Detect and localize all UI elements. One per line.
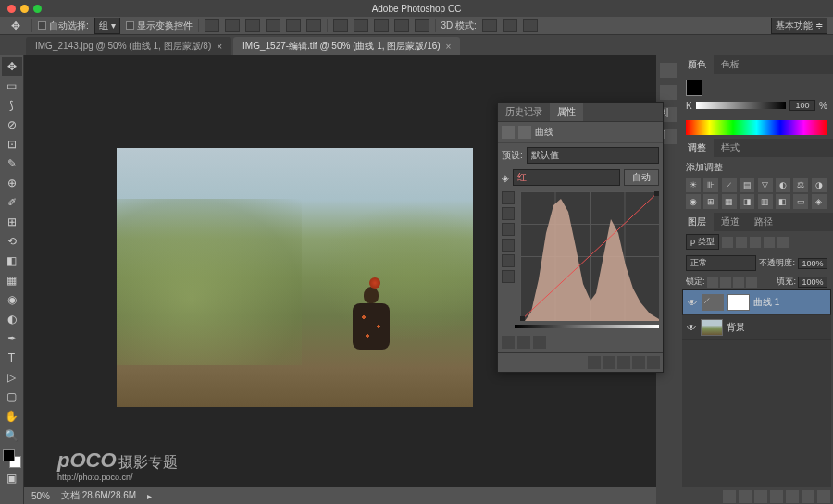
reset-icon[interactable]: [617, 356, 630, 369]
trash-icon[interactable]: [647, 356, 660, 369]
blend-mode-dropdown[interactable]: 正常: [686, 255, 756, 271]
link-layers-icon[interactable]: [723, 490, 736, 503]
align-icon[interactable]: [266, 19, 280, 32]
lasso-tool-icon[interactable]: ⟆: [2, 96, 22, 115]
lock-all-icon[interactable]: [746, 277, 757, 288]
bw-adj-icon[interactable]: ◑: [812, 178, 827, 192]
distribute-icon[interactable]: [333, 19, 348, 32]
clip-icon[interactable]: [588, 356, 601, 369]
visibility-icon[interactable]: [632, 356, 645, 369]
layer-thumbnail[interactable]: ⟋: [702, 294, 724, 311]
hue-adj-icon[interactable]: ◐: [776, 178, 790, 192]
layer-thumbnail[interactable]: [701, 319, 723, 336]
align-icon[interactable]: [205, 19, 219, 32]
brightness-adj-icon[interactable]: ☀: [686, 178, 701, 192]
lock-position-icon[interactable]: [733, 277, 744, 288]
adjustments-tab[interactable]: 调整: [680, 139, 714, 157]
histogram-icon[interactable]: [660, 63, 677, 78]
visibility-icon[interactable]: 👁: [687, 297, 698, 308]
fx-icon[interactable]: [739, 490, 752, 503]
canvas[interactable]: 历史记录 属性 曲线 预设: 默认值 ◈ 红 自动: [24, 55, 656, 504]
vibrance-adj-icon[interactable]: ▽: [758, 178, 773, 192]
document-tab[interactable]: IMG_2143.jpg @ 50% (曲线 1, 图层蒙版/8)×: [26, 37, 231, 55]
close-tab-icon[interactable]: ×: [446, 42, 452, 52]
channels-tab[interactable]: 通道: [714, 213, 747, 231]
styles-tab[interactable]: 样式: [714, 139, 747, 157]
align-icon[interactable]: [306, 19, 321, 32]
document-tab[interactable]: IMG_1527-编辑.tif @ 50% (曲线 1, 图层蒙版/16)×: [233, 37, 460, 55]
layer-name[interactable]: 背景: [727, 321, 745, 334]
mask-thumbnail[interactable]: [727, 294, 750, 311]
layer-row[interactable]: 👁 ⟋ 曲线 1: [682, 289, 831, 315]
k-value-input[interactable]: 100: [789, 100, 815, 111]
align-icon[interactable]: [225, 19, 240, 32]
channel-dropdown[interactable]: 红: [513, 169, 620, 186]
properties-tab[interactable]: 属性: [550, 103, 583, 121]
fg-color-swatch[interactable]: [686, 80, 702, 96]
eyedropper-tool-icon[interactable]: ✎: [2, 154, 22, 173]
selcolor-adj-icon[interactable]: ◈: [812, 194, 827, 209]
fill-input[interactable]: 100%: [798, 277, 827, 288]
mode-3d-icon[interactable]: [503, 19, 517, 32]
lookup-adj-icon[interactable]: ▦: [722, 194, 737, 209]
history-tab[interactable]: 历史记录: [498, 103, 550, 121]
chanmix-adj-icon[interactable]: ⊞: [703, 194, 718, 209]
close-tab-icon[interactable]: ×: [217, 42, 222, 52]
dodge-tool-icon[interactable]: ◐: [2, 310, 22, 328]
distribute-icon[interactable]: [415, 19, 429, 32]
zoom-tool-icon[interactable]: 🔍: [2, 426, 22, 445]
opacity-input[interactable]: 100%: [798, 258, 827, 269]
photofilter-adj-icon[interactable]: ◉: [686, 194, 701, 209]
stamp-tool-icon[interactable]: ⊞: [2, 213, 22, 231]
curve-hand-tool-icon[interactable]: [502, 239, 515, 252]
levels-adj-icon[interactable]: ⊪: [703, 178, 718, 192]
invert-adj-icon[interactable]: ◨: [740, 194, 754, 209]
marquee-tool-icon[interactable]: ▭: [2, 77, 22, 95]
new-layer-icon[interactable]: [802, 490, 814, 503]
shape-tool-icon[interactable]: ▢: [2, 387, 22, 406]
quickmask-icon[interactable]: ▣: [2, 469, 22, 487]
brush-tool-icon[interactable]: ✐: [2, 193, 22, 212]
history-brush-tool-icon[interactable]: ⟲: [2, 232, 22, 251]
posterize-adj-icon[interactable]: ▥: [758, 194, 773, 209]
k-slider[interactable]: [696, 102, 786, 109]
crop-tool-icon[interactable]: ⊡: [2, 135, 22, 154]
minimize-window-button[interactable]: [20, 5, 29, 13]
move-tool-icon[interactable]: ✥: [2, 57, 22, 76]
layer-row[interactable]: 👁 背景: [682, 315, 831, 340]
visibility-icon[interactable]: 👁: [686, 322, 697, 333]
distribute-icon[interactable]: [394, 19, 409, 32]
workspace-dropdown[interactable]: 基本功能 ≑: [771, 18, 827, 34]
auto-button[interactable]: 自动: [624, 169, 659, 186]
zoom-level[interactable]: 50%: [31, 491, 50, 501]
pen-tool-icon[interactable]: ✒: [2, 329, 22, 348]
color-spectrum[interactable]: [686, 120, 827, 135]
blur-tool-icon[interactable]: ◉: [2, 290, 22, 309]
align-icon[interactable]: [286, 19, 301, 32]
curve-clip-tool-icon[interactable]: [502, 254, 515, 267]
curve-point-tool-icon[interactable]: [502, 191, 515, 204]
filter-icon[interactable]: [736, 237, 747, 248]
lock-transparent-icon[interactable]: [707, 277, 718, 288]
color-tab[interactable]: 颜色: [680, 55, 714, 74]
layers-tab[interactable]: 图层: [680, 213, 714, 231]
quick-select-tool-icon[interactable]: ⊘: [2, 116, 22, 134]
curves-adj-icon[interactable]: ⟋: [722, 178, 737, 192]
hand-tool-icon[interactable]: ✋: [2, 407, 22, 425]
exposure-adj-icon[interactable]: ▤: [740, 178, 754, 192]
threshold-adj-icon[interactable]: ◧: [776, 194, 790, 209]
white-point-eyedropper-icon[interactable]: [533, 336, 546, 349]
filter-icon[interactable]: [777, 237, 789, 248]
curve-draw-tool-icon[interactable]: [502, 207, 515, 220]
new-group-icon[interactable]: [786, 490, 799, 503]
new-adjustment-icon[interactable]: [770, 490, 783, 503]
eraser-tool-icon[interactable]: ◧: [2, 252, 22, 270]
colorbal-adj-icon[interactable]: ⚖: [793, 178, 808, 192]
close-window-button[interactable]: [7, 5, 16, 13]
healing-tool-icon[interactable]: ⊕: [2, 174, 22, 192]
curve-smooth-tool-icon[interactable]: [502, 223, 515, 236]
lock-pixels-icon[interactable]: [720, 277, 731, 288]
mode-3d-icon[interactable]: [523, 19, 538, 32]
mode-3d-icon[interactable]: [482, 19, 497, 32]
layer-filter-dropdown[interactable]: ρ 类型: [686, 234, 719, 250]
